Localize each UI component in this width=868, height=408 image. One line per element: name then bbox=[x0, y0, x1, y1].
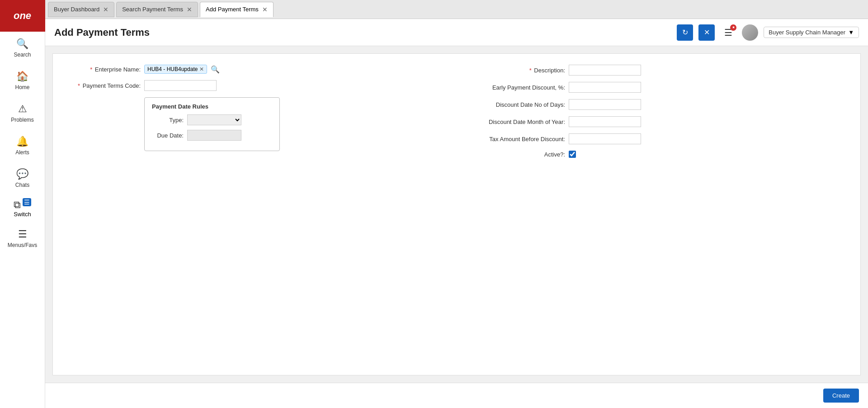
discount-date-no-row: Discount Date No of Days: bbox=[475, 99, 849, 110]
sidebar-item-label: Chats bbox=[15, 182, 29, 188]
early-payment-label: Early Payment Discount, %: bbox=[475, 84, 565, 91]
left-column: * Enterprise Name: HUB4 - HUB4update ✕ 🔍… bbox=[64, 65, 457, 164]
type-select[interactable] bbox=[187, 114, 241, 125]
two-col-form: * Enterprise Name: HUB4 - HUB4update ✕ 🔍… bbox=[64, 65, 849, 164]
home-icon: 🏠 bbox=[16, 71, 28, 82]
tax-amount-row: Tax Amount Before Discount: bbox=[475, 133, 849, 144]
tab-buyer-dashboard[interactable]: Buyer Dashboard ✕ bbox=[48, 2, 114, 17]
early-payment-input[interactable] bbox=[569, 82, 641, 93]
create-button[interactable]: Create bbox=[823, 389, 859, 403]
sidebar-item-menus[interactable]: ☰ Menus/Favs bbox=[0, 222, 45, 255]
sidebar-item-label: Alerts bbox=[15, 149, 29, 156]
type-label: Type: bbox=[152, 117, 184, 123]
description-label: * Description: bbox=[475, 67, 565, 74]
avatar bbox=[742, 24, 758, 41]
discount-date-month-row: Discount Date Month of Year: bbox=[475, 116, 849, 127]
star-icon: ★ bbox=[732, 25, 735, 29]
payment-terms-code-input[interactable] bbox=[144, 80, 217, 91]
refresh-button[interactable]: ↻ bbox=[677, 24, 693, 41]
payment-date-rules-box: Payment Date Rules Type: Due Date: bbox=[144, 97, 280, 151]
chat-icon: 💬 bbox=[16, 168, 28, 180]
sidebar-item-switch[interactable]: ⧉ ☰ Switch bbox=[0, 195, 45, 222]
user-role-text: Buyer Supply Chain Manager bbox=[769, 29, 845, 36]
early-payment-row: Early Payment Discount, %: bbox=[475, 82, 849, 93]
discount-date-no-input[interactable] bbox=[569, 99, 641, 110]
description-row: * Description: bbox=[475, 65, 849, 76]
user-role-dropdown[interactable]: Buyer Supply Chain Manager ▼ bbox=[764, 27, 859, 38]
discount-date-month-label: Discount Date Month of Year: bbox=[475, 119, 565, 125]
enterprise-name-row: * Enterprise Name: HUB4 - HUB4update ✕ 🔍 bbox=[64, 65, 457, 74]
description-input[interactable] bbox=[569, 65, 641, 76]
tab-label: Add Payment Terms bbox=[206, 6, 259, 13]
active-row: Active?: bbox=[475, 151, 849, 158]
tab-label: Search Payment Terms bbox=[122, 6, 183, 13]
type-row: Type: bbox=[152, 114, 272, 125]
warning-icon: ⚠ bbox=[18, 103, 27, 115]
close-button[interactable]: ✕ bbox=[698, 24, 715, 41]
content-area: * Enterprise Name: HUB4 - HUB4update ✕ 🔍… bbox=[45, 46, 868, 408]
enterprise-search-button[interactable]: 🔍 bbox=[211, 65, 220, 74]
tax-amount-label: Tax Amount Before Discount: bbox=[475, 136, 565, 142]
sidebar-item-problems[interactable]: ⚠ Problems bbox=[0, 97, 45, 129]
payment-terms-code-row: * Payment Terms Code: bbox=[64, 80, 457, 91]
switch-badge-icon: ☰ bbox=[23, 198, 31, 206]
page-header: Add Payment Terms ↻ ✕ ☰ ★ Buyer Supply C… bbox=[45, 19, 868, 46]
sidebar-item-alerts[interactable]: 🔔 Alerts bbox=[0, 129, 45, 162]
right-column: * Description: Early Payment Discount, %… bbox=[457, 65, 849, 164]
search-icon: 🔍 bbox=[16, 38, 28, 50]
tab-search-payment-terms[interactable]: Search Payment Terms ✕ bbox=[116, 2, 198, 17]
enterprise-tag-remove[interactable]: ✕ bbox=[199, 66, 204, 72]
switch-icon: ⧉ bbox=[14, 199, 21, 211]
sidebar-item-label: Home bbox=[15, 84, 29, 90]
menu-button[interactable]: ☰ ★ bbox=[720, 24, 736, 41]
enterprise-name-label: * Enterprise Name: bbox=[64, 66, 141, 73]
notification-badge: ★ bbox=[730, 24, 736, 31]
app-logo[interactable]: one bbox=[0, 0, 45, 32]
sidebar-item-home[interactable]: 🏠 Home bbox=[0, 64, 45, 97]
active-checkbox[interactable] bbox=[569, 151, 576, 158]
tab-bar: Buyer Dashboard ✕ Search Payment Terms ✕… bbox=[45, 0, 868, 19]
enterprise-tag: HUB4 - HUB4update ✕ bbox=[144, 65, 207, 74]
sidebar-item-label: Search bbox=[14, 52, 31, 58]
tab-add-payment-terms[interactable]: Add Payment Terms ✕ bbox=[200, 2, 274, 17]
tab-close-add-payment-terms[interactable]: ✕ bbox=[262, 6, 268, 13]
payment-date-rules-legend: Payment Date Rules bbox=[152, 103, 272, 110]
discount-date-month-input[interactable] bbox=[569, 116, 641, 127]
sidebar-item-chats[interactable]: 💬 Chats bbox=[0, 162, 45, 195]
main-area: Buyer Dashboard ✕ Search Payment Terms ✕… bbox=[45, 0, 868, 408]
due-date-row: Due Date: bbox=[152, 130, 272, 141]
sidebar-item-label: Menus/Favs bbox=[8, 242, 37, 248]
due-date-input[interactable] bbox=[187, 130, 241, 141]
tab-close-buyer-dashboard[interactable]: ✕ bbox=[103, 6, 108, 13]
due-date-label: Due Date: bbox=[152, 132, 184, 139]
active-label: Active?: bbox=[475, 151, 565, 158]
enterprise-tag-text: HUB4 - HUB4update bbox=[147, 66, 198, 72]
page-title: Add Payment Terms bbox=[54, 27, 671, 38]
sidebar-item-label: Problems bbox=[11, 117, 34, 123]
bell-icon: 🔔 bbox=[16, 136, 28, 147]
tab-label: Buyer Dashboard bbox=[54, 6, 99, 13]
tax-amount-input[interactable] bbox=[569, 133, 641, 144]
close-icon: ✕ bbox=[704, 28, 710, 37]
sidebar-item-search[interactable]: 🔍 Search bbox=[0, 32, 45, 64]
footer-bar: Create bbox=[45, 383, 868, 408]
tab-close-search-payment-terms[interactable]: ✕ bbox=[187, 6, 192, 13]
sidebar: one 🔍 Search 🏠 Home ⚠ Problems 🔔 Alerts … bbox=[0, 0, 45, 408]
sidebar-item-label: Switch bbox=[14, 211, 31, 218]
payment-terms-code-label: * Payment Terms Code: bbox=[64, 82, 141, 89]
menu-icon: ☰ bbox=[18, 228, 27, 240]
discount-date-no-label: Discount Date No of Days: bbox=[475, 101, 565, 108]
chevron-down-icon: ▼ bbox=[848, 29, 854, 36]
refresh-icon: ↻ bbox=[682, 28, 688, 37]
form-panel: * Enterprise Name: HUB4 - HUB4update ✕ 🔍… bbox=[52, 53, 861, 375]
